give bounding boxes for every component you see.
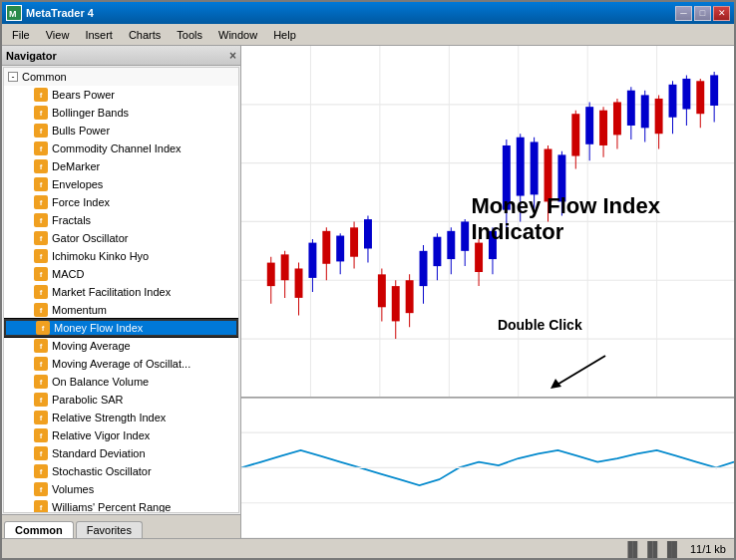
indicator-icon: f	[34, 213, 48, 227]
nav-item-momentum[interactable]: fMomentum	[4, 301, 238, 319]
svg-rect-65	[599, 111, 607, 145]
nav-item-moving-average-of-oscillat[interactable]: fMoving Average of Oscillat...	[4, 355, 238, 373]
indicator-label: On Balance Volume	[52, 376, 149, 388]
svg-rect-63	[585, 107, 593, 144]
indicator-icon: f	[34, 482, 48, 496]
navigator-panel: Navigator × - Common fBears PowerfBollin…	[2, 46, 241, 538]
section-label: Common	[22, 71, 67, 83]
svg-rect-25	[322, 231, 330, 264]
indicator-icon: f	[34, 159, 48, 173]
menu-view[interactable]: View	[38, 27, 78, 43]
svg-rect-55	[531, 141, 539, 194]
indicator-label: Williams' Percent Range	[52, 501, 171, 513]
svg-rect-45	[461, 221, 469, 250]
indicator-icon: f	[34, 267, 48, 281]
indicator-label: Bears Power	[52, 89, 115, 101]
nav-item-standard-deviation[interactable]: fStandard Deviation	[4, 444, 238, 462]
svg-rect-51	[503, 145, 511, 210]
svg-rect-69	[627, 91, 635, 126]
navigator-header: Navigator ×	[2, 46, 240, 66]
svg-rect-71	[641, 95, 649, 128]
indicator-icon: f	[34, 393, 48, 407]
minimize-button[interactable]: ─	[675, 6, 692, 21]
svg-rect-27	[336, 236, 344, 262]
close-button[interactable]: ✕	[713, 6, 730, 21]
svg-rect-29	[350, 227, 358, 256]
nav-item-money-flow-index[interactable]: fMoney Flow Index	[4, 319, 238, 337]
menu-help[interactable]: Help	[265, 27, 304, 43]
svg-rect-53	[517, 138, 525, 196]
menu-tools[interactable]: Tools	[169, 27, 210, 43]
indicator-label: Parabolic SAR	[52, 394, 124, 406]
svg-rect-79	[696, 81, 704, 114]
menu-file[interactable]: File	[4, 27, 38, 43]
nav-item-macd[interactable]: fMACD	[4, 265, 238, 283]
section-header-common[interactable]: - Common	[4, 68, 238, 86]
svg-rect-67	[613, 102, 621, 135]
indicator-label: Commodity Channel Index	[52, 142, 182, 154]
tab-favorites[interactable]: Favorites	[76, 521, 143, 538]
nav-item-market-facilitation-index[interactable]: fMarket Facilitation Index	[4, 283, 238, 301]
indicator-icon: f	[34, 500, 48, 513]
nav-item-fractals[interactable]: fFractals	[4, 211, 238, 229]
indicator-icon: f	[34, 375, 48, 389]
nav-item-parabolic-sar[interactable]: fParabolic SAR	[4, 391, 238, 409]
window-controls: ─ □ ✕	[675, 6, 730, 21]
status-bar: ▐▌▐▌▐▌ 11/1 kb	[2, 538, 734, 558]
indicator-icon: f	[34, 464, 48, 478]
nav-item-gator-oscillator[interactable]: fGator Oscillator	[4, 229, 238, 247]
nav-item-bulls-power[interactable]: fBulls Power	[4, 122, 238, 140]
menu-window[interactable]: Window	[210, 27, 265, 43]
nav-item-volumes[interactable]: fVolumes	[4, 480, 238, 498]
title-bar-left: M MetaTrader 4	[6, 5, 94, 21]
nav-item-envelopes[interactable]: fEnvelopes	[4, 175, 238, 193]
main-window: M MetaTrader 4 ─ □ ✕ File View Insert Ch…	[0, 0, 736, 560]
nav-item-moving-average[interactable]: fMoving Average	[4, 337, 238, 355]
indicator-icon: f	[34, 428, 48, 442]
indicator-label: Moving Average of Oscillat...	[52, 358, 190, 370]
indicator-icon: f	[34, 106, 48, 120]
tab-common[interactable]: Common	[4, 521, 74, 538]
expand-icon: -	[8, 72, 18, 82]
indicator-label: Market Facilitation Index	[52, 286, 171, 298]
nav-item-force-index[interactable]: fForce Index	[4, 193, 238, 211]
nav-item-commodity-channel-index[interactable]: fCommodity Channel Index	[4, 140, 238, 157]
nav-item-relative-vigor-index[interactable]: fRelative Vigor Index	[4, 426, 238, 444]
nav-item-williams-percent-range[interactable]: fWilliams' Percent Range	[4, 498, 238, 513]
nav-item-stochastic-oscillator[interactable]: fStochastic Oscillator	[4, 462, 238, 480]
navigator-list[interactable]: - Common fBears PowerfBollinger BandsfBu…	[3, 67, 239, 513]
indicator-label: Standard Deviation	[52, 447, 146, 459]
svg-rect-23	[308, 243, 316, 278]
indicator-icon: f	[34, 339, 48, 353]
indicator-icon: f	[34, 303, 48, 317]
svg-rect-61	[571, 114, 579, 155]
svg-rect-49	[489, 231, 497, 259]
app-icon: M	[6, 5, 22, 21]
svg-rect-39	[420, 251, 428, 286]
menu-insert[interactable]: Insert	[77, 27, 121, 43]
indicator-icon: f	[34, 124, 48, 138]
nav-item-ichimoku-kinko-hyo[interactable]: fIchimoku Kinko Hyo	[4, 247, 238, 265]
svg-rect-19	[281, 254, 289, 280]
nav-item-bollinger-bands[interactable]: fBollinger Bands	[4, 104, 238, 122]
nav-item-demarker[interactable]: fDeMarker	[4, 157, 238, 175]
indicator-icon: f	[34, 177, 48, 191]
svg-rect-57	[545, 149, 552, 202]
maximize-button[interactable]: □	[694, 6, 711, 21]
indicator-label: Bollinger Bands	[52, 107, 129, 119]
indicator-icon: f	[36, 321, 50, 335]
menu-charts[interactable]: Charts	[121, 27, 169, 43]
indicator-label: Envelopes	[52, 178, 103, 190]
navigator-close-button[interactable]: ×	[229, 49, 236, 63]
svg-rect-59	[557, 154, 565, 201]
chart-canvas	[241, 46, 734, 538]
svg-rect-31	[364, 219, 372, 248]
nav-item-relative-strength-index[interactable]: fRelative Strength Index	[4, 409, 238, 426]
navigator-title: Navigator	[6, 50, 57, 62]
nav-item-bears-power[interactable]: fBears Power	[4, 86, 238, 104]
svg-rect-41	[433, 237, 441, 266]
chart-area[interactable]: Money Flow Index Indicator Double Click	[241, 46, 734, 538]
nav-item-on-balance-volume[interactable]: fOn Balance Volume	[4, 373, 238, 391]
indicator-icon: f	[34, 285, 48, 299]
indicator-icon: f	[34, 446, 48, 460]
